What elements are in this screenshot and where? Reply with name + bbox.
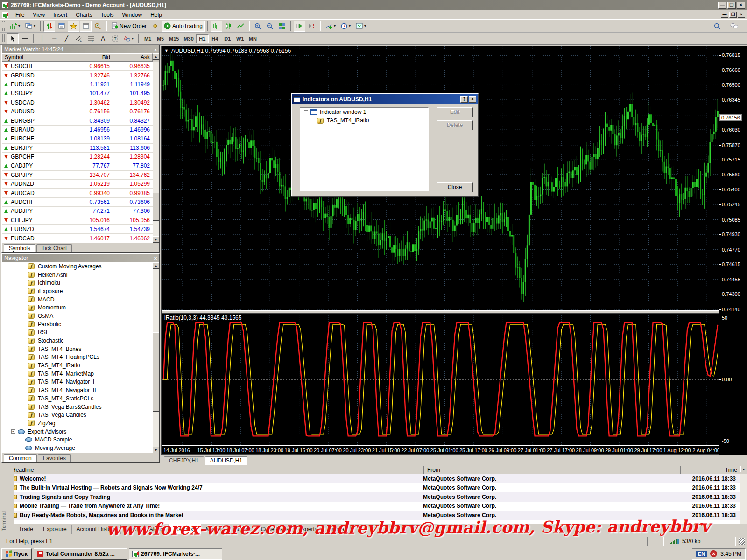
edit-button[interactable]: Edit: [437, 107, 473, 117]
navigator-toggle[interactable]: [68, 21, 79, 32]
line-chart-button[interactable]: [235, 21, 247, 32]
scrollbar-thumb[interactable]: [153, 193, 159, 221]
market-watch-row[interactable]: EURCHF1.081391.08164: [2, 134, 159, 143]
chart-tab-audusd-h1[interactable]: AUDUSD,H1: [205, 456, 247, 465]
navigator-item[interactable]: Moving Average: [2, 444, 159, 452]
cursor-tool[interactable]: [7, 33, 19, 44]
mailbox-row[interactable]: Trading Signals and Copy TradingMetaQuot…: [8, 492, 740, 502]
navigator-item[interactable]: ƒOsMA: [2, 312, 159, 320]
market-watch-row[interactable]: USDJPY101.477101.495: [2, 89, 159, 98]
column-symbol[interactable]: Symbol: [2, 53, 70, 62]
tab-tick-chart[interactable]: Tick Chart: [36, 244, 72, 252]
close-button[interactable]: Close: [437, 182, 473, 192]
menu-charts[interactable]: Charts: [71, 11, 96, 19]
menu-insert[interactable]: Insert: [49, 11, 71, 19]
channel-tool[interactable]: E: [73, 33, 85, 44]
market-watch-row[interactable]: EURNZD1.546741.54739: [2, 225, 159, 234]
new-chart-button[interactable]: ▾: [7, 21, 22, 32]
terminal-scrollbar[interactable]: [740, 474, 747, 524]
language-indicator[interactable]: EN: [696, 551, 707, 557]
tree-item-indicator[interactable]: ƒ TAS_MT4_iRatio: [300, 116, 428, 125]
navigator-item[interactable]: ƒTAS_MT4_Navigator_II: [2, 386, 159, 394]
chart-shift-toggle[interactable]: [306, 21, 317, 32]
column-time[interactable]: Time: [681, 466, 740, 474]
navigator-item[interactable]: ƒCustom Moving Averages: [2, 262, 159, 271]
shapes-tool[interactable]: ▾: [121, 33, 136, 44]
navigator-close-icon[interactable]: x: [154, 255, 157, 261]
search-button[interactable]: [712, 21, 723, 32]
timeframe-m1[interactable]: M1: [141, 34, 154, 43]
vertical-line-tool[interactable]: │: [36, 33, 48, 44]
market-watch-row[interactable]: USDCAD1.304621.30492: [2, 98, 159, 107]
candlestick-button[interactable]: [223, 21, 234, 32]
scroll-up-icon[interactable]: ▲: [740, 466, 747, 472]
tab-common[interactable]: Common: [4, 454, 37, 462]
toolbar-grip[interactable]: [2, 21, 5, 31]
navigator-item[interactable]: ƒTAS_MT4_iRatio: [2, 361, 159, 370]
navigator-item[interactable]: ƒiExposure: [2, 287, 159, 295]
navigator-item[interactable]: ƒRSI: [2, 329, 159, 337]
market-watch-row[interactable]: USDCHF0.966150.96635: [2, 62, 159, 71]
auto-scroll-toggle[interactable]: [294, 21, 305, 32]
market-watch-row[interactable]: AUDJPY77.27177.306: [2, 207, 159, 216]
scroll-up-icon[interactable]: ▲: [153, 53, 159, 60]
market-watch-row[interactable]: AUDNZD1.052191.05299: [2, 180, 159, 189]
minimize-button[interactable]: —: [718, 2, 726, 9]
dialog-close-icon[interactable]: ×: [469, 96, 476, 103]
security-shield-icon[interactable]: ✕: [710, 550, 717, 557]
horizontal-line-tool[interactable]: ─: [49, 33, 60, 44]
timeframe-mn[interactable]: MN: [247, 34, 259, 43]
terminal-tab-exposure[interactable]: Exposure: [38, 525, 72, 534]
indicators-button[interactable]: ▾: [323, 21, 338, 32]
zoom-in-button[interactable]: [252, 21, 264, 32]
navigator-item[interactable]: ƒTAS_MT4_MarketMap: [2, 370, 159, 378]
timeframe-h1[interactable]: H1: [196, 34, 209, 43]
profiles-button[interactable]: ▾: [23, 21, 38, 32]
market-watch-row[interactable]: EURGBP0.843090.84327: [2, 116, 159, 125]
column-bid[interactable]: Bid: [70, 53, 113, 62]
taskbar-button[interactable]: 267769: IFCMarkets-...: [129, 548, 222, 560]
market-watch-row[interactable]: AUDUSD0.761560.76176: [2, 107, 159, 116]
mailbox-row[interactable]: Mobile Trading — Trade from Anywhere at …: [8, 502, 740, 511]
market-watch-row[interactable]: GBPCHF1.282441.28304: [2, 153, 159, 161]
menu-file[interactable]: File: [11, 11, 28, 19]
delete-button[interactable]: Delete: [437, 120, 473, 130]
navigator-item[interactable]: ƒTAS_Vega Candles: [2, 411, 159, 419]
navigator-item[interactable]: ƒHeiken Ashi: [2, 271, 159, 279]
dialog-titlebar[interactable]: Indicators on AUDUSD,H1 ? ×: [292, 94, 478, 104]
bar-chart-button[interactable]: [211, 21, 222, 32]
autotrading-button[interactable]: AutoTrading: [162, 21, 205, 32]
navigator-item[interactable]: ƒStochastic: [2, 336, 159, 345]
scroll-up-icon[interactable]: ▲: [153, 262, 159, 269]
navigator-item[interactable]: ƒTAS_MT4_Boxes: [2, 345, 159, 353]
navigator-item[interactable]: ƒParabolic: [2, 320, 159, 329]
mdi-close-button[interactable]: ×: [738, 12, 745, 18]
metaeditor-button[interactable]: [149, 21, 161, 32]
mdi-restore-button[interactable]: ❒: [729, 12, 737, 18]
market-watch-row[interactable]: EURJPY113.581113.606: [2, 144, 159, 153]
new-order-button[interactable]: New Order: [109, 21, 149, 32]
toolbar-grip[interactable]: [2, 34, 5, 43]
menu-window[interactable]: Window: [118, 11, 147, 19]
column-ask[interactable]: Ask: [113, 53, 153, 62]
timeframe-m15[interactable]: M15: [167, 34, 181, 43]
timeframe-d1[interactable]: D1: [221, 34, 234, 43]
timeframe-m30[interactable]: M30: [181, 34, 196, 43]
navigator-item[interactable]: −Expert Advisors: [2, 427, 159, 436]
templates-button[interactable]: ▾: [353, 21, 368, 32]
market-watch-row[interactable]: AUDCHF0.735610.73606: [2, 198, 159, 207]
mdi-minimize-button[interactable]: —: [721, 12, 728, 18]
timeframe-w1[interactable]: W1: [234, 34, 247, 43]
scroll-down-icon[interactable]: ▼: [153, 447, 159, 453]
market-watch-close-icon[interactable]: x: [154, 47, 157, 52]
resize-grip[interactable]: [739, 538, 745, 545]
market-watch-row[interactable]: GBPJPY134.707134.762: [2, 171, 159, 180]
chart-tab-chfjpy-h1[interactable]: CHFJPY,H1: [164, 456, 204, 465]
timeframe-m5[interactable]: M5: [154, 34, 167, 43]
collapse-icon[interactable]: −: [304, 110, 308, 114]
navigator-item[interactable]: ƒZigZag: [2, 419, 159, 427]
collapse-icon[interactable]: −: [11, 429, 15, 434]
maximize-button[interactable]: ❒: [727, 2, 736, 9]
market-watch-row[interactable]: EURAUD1.469561.46996: [2, 126, 159, 134]
time-axis[interactable]: 14 Jul 201615 Jul 13:0018 Jul 07:0018 Ju…: [162, 445, 719, 455]
